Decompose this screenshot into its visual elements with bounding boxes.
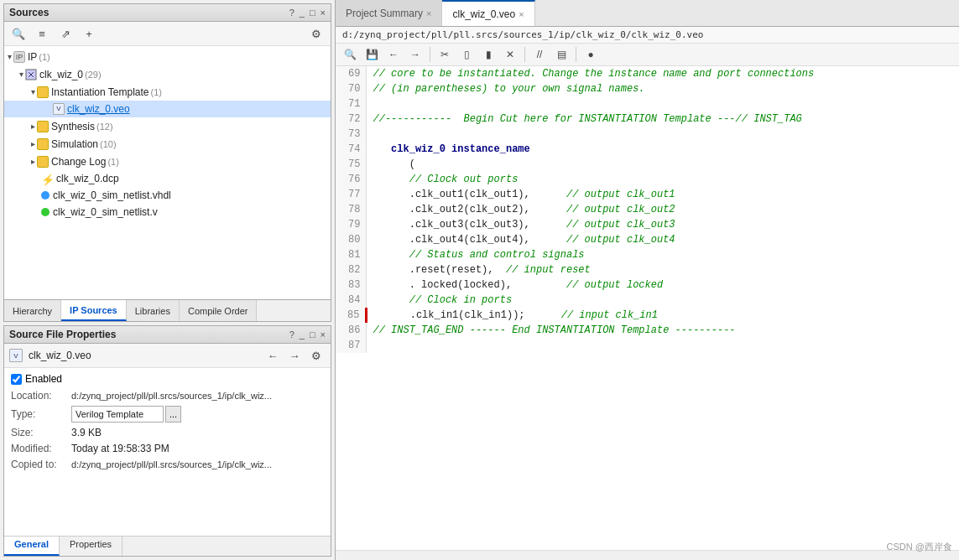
code-line-content[interactable]: .clk_in1(clk_in1)); // input clk_in1 xyxy=(366,308,959,323)
ed-redo-btn[interactable]: → xyxy=(406,45,425,64)
code-line-content[interactable]: .clk_out4(clk_out4), // output clk_out4 xyxy=(366,232,959,247)
sfp-title-controls: ? _ □ × xyxy=(289,329,326,340)
sfp-filename: clk_wiz_0.veo xyxy=(29,350,260,361)
sfp-settings-btn[interactable]: ⚙ xyxy=(307,346,326,365)
code-line-content[interactable]: .clk_out2(clk_out2), // output clk_out2 xyxy=(366,202,959,217)
sfp-titlebar: Source File Properties ? _ □ × xyxy=(4,326,331,344)
bottom-tab-general[interactable]: General xyxy=(4,537,60,556)
sources-toolbar: 🔍 ≡ ⇗ + ⚙ xyxy=(4,22,331,46)
sfp-file-icon: V xyxy=(9,349,23,362)
ed-delete-btn[interactable]: ✕ xyxy=(501,45,519,64)
tab-close-project-summary[interactable]: × xyxy=(426,8,431,18)
line-number: 76 xyxy=(336,172,366,187)
sfp-forward-btn[interactable]: → xyxy=(285,346,304,365)
ed-undo-btn[interactable]: ← xyxy=(384,45,403,64)
code-area[interactable]: 69// core to be instantiated. Change the… xyxy=(336,66,959,550)
sfp-location-row: Location: d:/zynq_project/pll/pll.srcs/s… xyxy=(11,390,324,402)
table-row: 86// INST_TAG_END ------ End INSTANTIATI… xyxy=(336,323,959,338)
line-number: 84 xyxy=(336,293,366,308)
code-line-content[interactable]: // Clock in ports xyxy=(366,293,959,308)
code-line-content[interactable]: //----------- Begin Cut here for INSTANT… xyxy=(366,111,959,127)
tree-item-netlist-v[interactable]: clk_wiz_0_sim_netlist.v xyxy=(4,204,331,220)
sfp-browse-btn[interactable]: ... xyxy=(165,406,181,423)
sources-minimize-btn[interactable]: _ xyxy=(300,8,305,18)
folder-icon-ip: IP xyxy=(13,51,25,63)
sources-search-btn[interactable]: 🔍 xyxy=(9,24,28,43)
sfp-back-btn[interactable]: ← xyxy=(263,346,282,365)
ed-comment-btn[interactable]: // xyxy=(530,45,549,64)
bottom-tab-properties[interactable]: Properties xyxy=(60,537,122,556)
tree-item-simulation[interactable]: Simulation (10) xyxy=(4,135,331,153)
ed-help-btn[interactable]: ● xyxy=(581,45,600,64)
line-number: 72 xyxy=(336,111,366,127)
ed-cut-btn[interactable]: ✂ xyxy=(435,45,454,64)
code-line-content[interactable]: .clk_out3(clk_out3), // output clk_out3 xyxy=(366,217,959,232)
code-line-content[interactable] xyxy=(366,338,959,353)
tree-item-inst-template[interactable]: Instantiation Template (1) xyxy=(4,83,331,101)
table-row: 71 xyxy=(336,96,959,111)
tree-item-changelog[interactable]: Change Log (1) xyxy=(4,153,331,170)
tree-item-dcp[interactable]: ⚡ clk_wiz_0.dcp xyxy=(4,170,331,187)
code-line-content[interactable]: // Clock out ports xyxy=(366,172,959,187)
folder-icon-inst xyxy=(37,86,49,98)
code-line-content[interactable]: // core to be instantiated. Change the i… xyxy=(366,66,959,81)
sfp-type-input[interactable] xyxy=(71,406,164,423)
tab-label-clkwiz-veo: clk_wiz_0.veo xyxy=(452,8,515,20)
tree-item-ip[interactable]: IP IP (1) xyxy=(4,48,331,65)
tree-item-vhdl[interactable]: clk_wiz_0_sim_netlist.vhdl xyxy=(4,187,331,204)
sfp-restore-btn[interactable]: □ xyxy=(310,329,315,340)
sources-expand-btn[interactable]: ⇗ xyxy=(56,24,75,43)
sfp-enabled-checkbox[interactable] xyxy=(11,374,22,385)
sfp-size-row: Size: 3.9 KB xyxy=(11,427,324,438)
ip-icon-clkwiz0 xyxy=(25,69,37,80)
tree-label-changelog: Change Log xyxy=(51,154,106,169)
sfp-minimize-btn[interactable]: _ xyxy=(300,329,305,340)
sources-settings-btn[interactable]: ⚙ xyxy=(307,24,326,43)
sfp-title: Source File Properties xyxy=(9,329,116,340)
tree-label-veo: clk_wiz_0.veo xyxy=(67,101,130,117)
ed-paste-btn[interactable]: ▮ xyxy=(479,45,498,64)
ed-save-btn[interactable]: 💾 xyxy=(362,45,381,64)
editor-tab-clkwiz-veo[interactable]: clk_wiz_0.veo × xyxy=(442,0,534,26)
tab-libraries[interactable]: Libraries xyxy=(127,300,180,321)
code-line-content[interactable]: . locked(locked), // output locked xyxy=(366,277,959,293)
tab-hierarchy[interactable]: Hierarchy xyxy=(4,300,61,321)
ed-search-btn[interactable]: 🔍 xyxy=(341,45,359,64)
sources-tree: IP IP (1) clk_wiz_0 (29) Instantiation T… xyxy=(4,46,331,299)
code-line-content[interactable] xyxy=(366,127,959,142)
tab-ip-sources[interactable]: IP Sources xyxy=(61,300,127,321)
folder-icon-synthesis xyxy=(37,121,49,132)
sources-titlebar: Sources ? _ □ × xyxy=(4,4,331,22)
sources-help-btn[interactable]: ? xyxy=(289,8,294,18)
sources-add-btn[interactable]: + xyxy=(80,24,98,43)
tree-item-veo[interactable]: V clk_wiz_0.veo xyxy=(4,101,331,117)
code-line-content[interactable]: .reset(reset), // input reset xyxy=(366,262,959,277)
code-line-content[interactable]: ( xyxy=(366,157,959,172)
tree-item-synthesis[interactable]: Synthesis (12) xyxy=(4,117,331,135)
sfp-location-label: Location: xyxy=(11,390,71,402)
sfp-close-btn[interactable]: × xyxy=(321,329,326,340)
code-line-content[interactable]: // Status and control signals xyxy=(366,247,959,262)
sources-restore-btn[interactable]: □ xyxy=(310,8,315,18)
code-line-content[interactable] xyxy=(366,96,959,111)
sfp-help-btn[interactable]: ? xyxy=(289,329,294,340)
code-line-content[interactable]: clk_wiz_0 instance_name xyxy=(366,142,959,157)
ed-indent-btn[interactable]: ▤ xyxy=(552,45,571,64)
table-row: 77 .clk_out1(clk_out1), // output clk_ou… xyxy=(336,187,959,202)
table-row: 73 xyxy=(336,127,959,142)
ed-copy-btn[interactable]: ▯ xyxy=(457,45,476,64)
code-line-content[interactable]: // (in parentheses) to your own signal n… xyxy=(366,81,959,96)
code-line-content[interactable]: // INST_TAG_END ------ End INSTANTIATION… xyxy=(366,323,959,338)
editor-tab-project-summary[interactable]: Project Summary × xyxy=(336,0,442,26)
sfp-copied-value: d:/zynq_project/pll/pll.srcs/sources_1/i… xyxy=(71,459,324,469)
sources-close-btn[interactable]: × xyxy=(321,8,326,18)
tab-compile-order[interactable]: Compile Order xyxy=(180,300,258,321)
sfp-size-value: 3.9 KB xyxy=(71,427,324,438)
tab-close-clkwiz-veo[interactable]: × xyxy=(519,9,524,19)
line-number: 70 xyxy=(336,81,366,96)
code-line-content[interactable]: .clk_out1(clk_out1), // output clk_out1 xyxy=(366,187,959,202)
sfp-type-row: Type: ... xyxy=(11,406,324,423)
sources-collapse-btn[interactable]: ≡ xyxy=(33,24,51,43)
horizontal-scrollbar[interactable] xyxy=(336,550,959,560)
tree-item-clkwiz0[interactable]: clk_wiz_0 (29) xyxy=(4,65,331,83)
